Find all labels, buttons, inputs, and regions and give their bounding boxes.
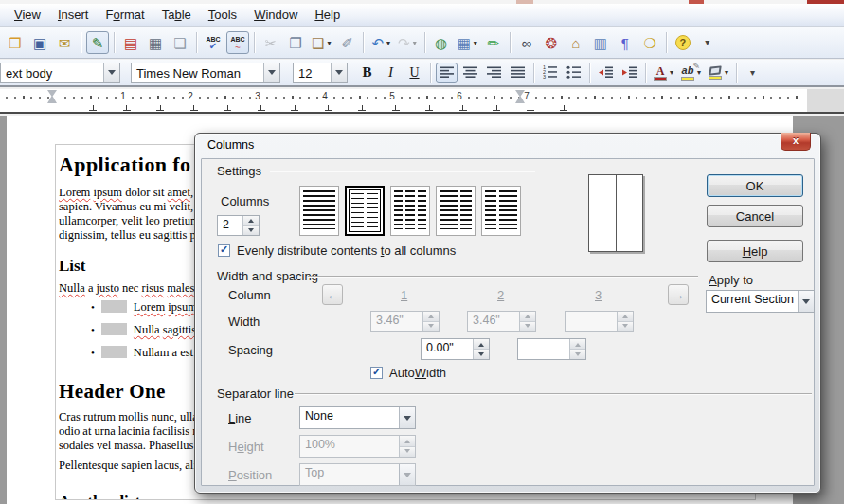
ruler-number: 4 [322,91,328,101]
underline-button[interactable]: U [404,63,425,83]
spacing-spinner-1[interactable]: 0.00" [421,338,490,360]
italic-button[interactable]: I [380,63,402,83]
columns-count-spinner[interactable]: 2 [217,215,260,236]
previous-column-button[interactable]: ← [322,284,343,305]
font-size-dropdown[interactable] [331,63,347,82]
separator-line-dropdown[interactable] [399,407,415,428]
auto-spellcheck-button[interactable]: ABC≈ [226,31,249,54]
undo-dropdown[interactable]: ▾ [386,39,390,47]
ruler-tick [426,96,428,99]
cancel-button[interactable]: Cancel [707,205,803,227]
clone-formatting-button[interactable]: ✐ [335,31,358,54]
find-replace-button[interactable]: ∞ [515,31,538,54]
background-color-dropdown[interactable]: ▾ [725,68,728,77]
undo-button[interactable]: ↶▾ [368,31,393,54]
draw-functions-button[interactable]: ✏ [482,31,505,54]
justify-button[interactable] [507,63,529,83]
preset-two-columns-left-wide[interactable] [436,186,476,236]
copy-button[interactable]: ❐ [284,31,307,54]
save-button[interactable]: ▣ [28,31,51,54]
decrease-indent-button[interactable] [595,63,617,83]
ruler-tick [561,96,563,99]
help-button[interactable]: ? [672,31,694,54]
toolbar-overflow[interactable]: ▾ [696,31,719,54]
paragraph-style-dropdown[interactable] [103,63,119,82]
next-column-button[interactable]: → [668,284,689,305]
help-icon: ? [675,35,691,50]
menu-table[interactable]: Table [153,5,200,25]
font-name-dropdown[interactable] [263,63,279,82]
evenly-distribute-checkbox[interactable]: ✓ [218,244,230,257]
menu-insert[interactable]: Insert [49,5,98,25]
increase-indent-button[interactable] [619,63,640,83]
font-name-combo[interactable]: Times New Roman [131,63,280,83]
menu-tools[interactable]: Tools [200,5,245,25]
background-color-button[interactable]: ▾ [706,63,731,83]
align-center-button[interactable] [459,63,481,83]
ruler-tick [207,97,209,99]
spelling-button[interactable]: ABC✔ [202,31,224,54]
dialog-close-button[interactable]: x [781,133,811,151]
menu-view[interactable]: View [6,5,49,25]
ruler-tick [90,96,92,99]
highlighting-button[interactable]: ab✎▾ [678,63,704,83]
column-row-label: Column [228,288,271,302]
align-left-button[interactable] [436,63,458,83]
ruler-tick [115,97,117,99]
columns-count-up[interactable] [243,216,259,226]
align-right-button[interactable] [483,63,505,83]
apply-to-dropdown[interactable] [798,291,814,312]
menu-format[interactable]: Format [97,5,153,25]
insert-table-dropdown[interactable]: ▾ [474,39,477,47]
bold-button[interactable]: B [356,63,378,83]
zoom-button[interactable]: ❍ [638,31,661,54]
paste-dropdown[interactable]: ▾ [327,39,331,47]
standard-toolbar: ❒▣✉✎▤▦❏ABC✔ABC≈✂❐❑▾✐↶▾↷▾◍▦▾✏∞❂⌂▥¶❍?▾ [0,27,844,59]
preset-one-column[interactable] [299,186,339,236]
ruler-tick [132,97,134,99]
columns-count-down[interactable] [243,226,259,236]
insert-table-button[interactable]: ▦▾ [455,31,480,54]
font-size-combo[interactable]: 12 [293,63,348,83]
cut-button: ✂ [260,31,282,54]
page-preview-button[interactable]: ❏ [169,31,191,54]
font-color-button[interactable]: A▾ [651,63,676,83]
navigator-button[interactable]: ❂ [540,31,563,54]
apply-to-combo[interactable]: Current Section [706,290,815,313]
dialog-title[interactable]: Columns [207,138,254,152]
preset-three-columns[interactable] [390,186,430,236]
edit-file-button[interactable]: ✎ [86,31,109,54]
bullet-list-button[interactable] [563,63,584,83]
separator-line-combo[interactable]: None [299,406,416,429]
formatting-marks-button[interactable]: ¶ [614,31,637,54]
paragraph-style-combo[interactable]: ext body [0,63,120,83]
export-pdf-button[interactable]: ▤ [119,31,142,54]
email-button[interactable]: ✉ [53,31,76,54]
data-sources-button[interactable]: ▥ [589,31,612,54]
help-button-dialog[interactable]: Help [707,240,803,262]
gallery-button[interactable]: ⌂ [565,31,587,54]
print-button[interactable]: ▦ [144,31,167,54]
paste-button[interactable]: ❑▾ [309,31,333,54]
ruler-tick [594,96,596,99]
spacing-1-up[interactable] [474,339,489,350]
font-color-dropdown[interactable]: ▾ [670,68,673,77]
font-color-icon: A [654,64,667,81]
menu-window[interactable]: Window [245,5,306,25]
hyperlink-button[interactable]: ◍ [430,31,453,54]
menu-help[interactable]: Help [306,5,349,25]
preset-two-columns-right-wide[interactable] [481,186,521,236]
autowidth-checkbox[interactable]: ✓ [370,367,383,379]
preset-two-columns[interactable] [345,186,385,236]
ruler-tick [585,97,587,99]
spacing-1-down[interactable] [474,350,489,359]
ruler-tick [494,96,495,99]
ruler-tick [39,97,41,99]
toolbar-overflow-2[interactable]: ▾ [742,63,763,83]
open-button[interactable]: ❒ [4,31,27,54]
separator-line-label: Line [228,411,252,425]
numbered-list-button[interactable]: 123 [539,63,561,83]
width-spinner-3 [565,311,634,332]
ruler-number: 2 [188,91,193,101]
ok-button[interactable]: OK [707,174,803,197]
